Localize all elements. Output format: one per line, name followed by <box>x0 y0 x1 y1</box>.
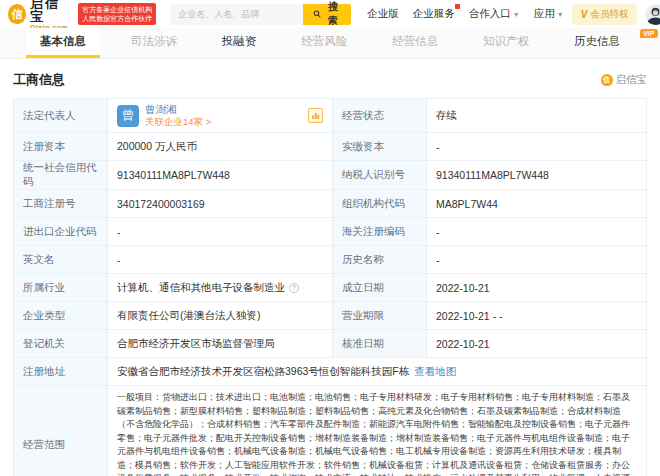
main-content: 工商信息 信 启信宝 法定代表人 曾 曾澍湘 关联企业14家 > <box>0 59 660 476</box>
industry-value: 计算机、通信和其他电子设备制造业 ? <box>108 274 333 302</box>
search-input[interactable] <box>170 4 303 25</box>
business-registration-table: 法定代表人 曾 曾澍湘 关联企业14家 > 经营状态 存续 注册资本 20 <box>13 98 647 476</box>
view-map-link[interactable]: 查看地图 <box>414 365 456 379</box>
vip-privileges-button[interactable]: V 会员特权 <box>572 4 638 25</box>
row-value: 2022-10-21 - - <box>427 302 647 330</box>
tab-basic-info[interactable]: 基本信息 <box>26 28 100 58</box>
official-cert-badge: 官方备案企业征信机构 人民数据官方合作伙伴 <box>78 3 156 25</box>
scope-value: 一般项目：货物进出口；技术进出口；电池制造；电池销售；电子专用材料研发；电子专用… <box>108 386 647 476</box>
row-label: 注册资本 <box>14 133 108 161</box>
related-companies-link[interactable]: 关联企业14家 > <box>145 116 211 128</box>
qixin-watermark-label: 启信宝 <box>616 73 648 87</box>
row-label: 营业期限 <box>333 302 427 330</box>
table-row: 经营范围 一般项目：货物进出口；技术进出口；电池制造；电池销售；电子专用材料研发… <box>14 386 647 476</box>
row-value: 91340111MA8PL7W448 <box>427 161 647 190</box>
tab-operating-info[interactable]: 经营信息 <box>378 28 452 58</box>
chevron-down-icon: ▼ <box>513 11 520 18</box>
top-nav: 企业版 企业服务 合作入口▼ 应用▼ <box>367 7 563 21</box>
section-title: 工商信息 <box>13 71 65 89</box>
nav-apps-label: 应用 <box>534 7 555 21</box>
row-label: 核准日期 <box>333 330 427 358</box>
search-icon <box>313 9 321 19</box>
tab-operating-risk[interactable]: 经营风险 <box>287 28 361 58</box>
cert-line1: 官方备案企业征信机构 <box>82 5 152 14</box>
table-row: 英文名 - 历史名称 - <box>14 246 647 274</box>
table-row: 所属行业 计算机、通信和其他电子设备制造业 ? 成立日期 2022-10-21 <box>14 274 647 302</box>
row-label: 实缴资本 <box>333 133 427 161</box>
scope-label: 经营范围 <box>14 386 108 476</box>
status-value: 存续 <box>427 99 647 133</box>
cert-line2: 人民数据官方合作伙伴 <box>82 14 152 23</box>
section-tab-bar: 基本信息 司法涉诉 投融资 经营风险 经营信息 知识产权 历史信息 VIP <box>0 28 660 59</box>
row-label: 登记机关 <box>14 330 108 358</box>
row-label: 所属行业 <box>14 274 108 302</box>
row-label: 进出口企业代码 <box>14 218 108 246</box>
qixin-watermark: 信 启信宝 <box>601 73 648 87</box>
vip-v-icon: V <box>581 9 588 20</box>
status-label: 经营状态 <box>333 99 427 133</box>
row-label: 组织机构代码 <box>333 190 427 218</box>
tab-intellectual-property[interactable]: 知识产权 <box>469 28 543 58</box>
equity-chart-icon[interactable] <box>308 108 323 123</box>
row-label: 英文名 <box>14 246 108 274</box>
row-label: 成立日期 <box>333 274 427 302</box>
row-label: 历史名称 <box>333 246 427 274</box>
row-value: 2022-10-21 <box>427 330 647 358</box>
row-label: 统一社会信用代码 <box>14 161 108 190</box>
row-value: MA8PL7W44 <box>427 190 647 218</box>
table-row: 企业类型 有限责任公司(港澳台法人独资) 营业期限 2022-10-21 - - <box>14 302 647 330</box>
row-value: - <box>108 218 333 246</box>
row-label: 海关注册编码 <box>333 218 427 246</box>
table-row: 注册资本 200000 万人民币 实缴资本 - <box>14 133 647 161</box>
row-value: - <box>427 133 647 161</box>
qixin-logo-icon: 信 <box>8 4 26 24</box>
nav-enterprise-services[interactable]: 企业服务 <box>413 7 455 21</box>
tab-judicial-litigation[interactable]: 司法涉诉 <box>117 28 191 58</box>
row-value: 200000 万人民币 <box>108 133 333 161</box>
row-value: 2022-10-21 <box>427 274 647 302</box>
chevron-down-icon: ▼ <box>557 11 564 18</box>
table-row: 法定代表人 曾 曾澍湘 关联企业14家 > 经营状态 存续 <box>14 99 647 133</box>
table-row: 进出口企业代码 - 海关注册编码 - <box>14 218 647 246</box>
table-row: 统一社会信用代码 91340111MA8PL7W448 纳税人识别号 91340… <box>14 161 647 190</box>
user-avatar[interactable] <box>645 4 660 25</box>
nav-enterprise-label: 企业版 <box>367 7 399 21</box>
table-row: 工商注册号 340172400003169 组织机构代码 MA8PL7W44 <box>14 190 647 218</box>
legal-rep-name-link[interactable]: 曾澍湘 <box>145 103 211 116</box>
search-button-label: 搜索 <box>325 0 342 28</box>
address-cell: 安徽省合肥市经济技术开发区宿松路3963号恒创智能科技园F栋 查看地图 <box>108 358 647 386</box>
table-row: 注册地址 安徽省合肥市经济技术开发区宿松路3963号恒创智能科技园F栋 查看地图 <box>14 358 647 386</box>
vip-corner-badge: VIP <box>640 29 658 38</box>
avatar-person-icon <box>645 4 660 25</box>
tab-history-info[interactable]: 历史信息 <box>560 28 634 58</box>
search-button[interactable]: 搜索 <box>303 4 351 25</box>
brand-name: 启信宝 <box>30 0 70 23</box>
tab-investment-financing[interactable]: 投融资 <box>208 28 271 58</box>
nav-services-label: 企业服务 <box>413 7 455 21</box>
row-value: 计算机、通信和其他电子设备制造业 <box>117 281 285 295</box>
vip-button-label: 会员特权 <box>590 8 628 21</box>
nav-partners-label: 合作入口 <box>469 7 511 21</box>
search-bar: 搜索 <box>170 4 351 25</box>
address-label: 注册地址 <box>14 358 108 386</box>
row-value: 合肥市经济开发区市场监督管理局 <box>108 330 333 358</box>
row-label: 纳税人识别号 <box>333 161 427 190</box>
legal-rep-avatar[interactable]: 曾 <box>117 105 139 127</box>
row-value: 340172400003169 <box>108 190 333 218</box>
row-value: 91340111MA8PL7W448 <box>108 161 333 190</box>
row-value: - <box>427 218 647 246</box>
legal-rep-label: 法定代表人 <box>14 99 108 133</box>
qixin-logo[interactable]: 信 启信宝 Qixin.com <box>8 0 70 31</box>
legal-rep-cell: 曾 曾澍湘 关联企业14家 > <box>108 99 333 133</box>
nav-enterprise-edition[interactable]: 企业版 <box>367 7 399 21</box>
table-row: 登记机关 合肥市经济开发区市场监督管理局 核准日期 2022-10-21 <box>14 330 647 358</box>
info-icon[interactable]: ? <box>289 283 299 293</box>
row-label: 工商注册号 <box>14 190 108 218</box>
row-value: - <box>427 246 647 274</box>
row-value: - <box>108 246 333 274</box>
row-label: 企业类型 <box>14 302 108 330</box>
qixin-watermark-icon: 信 <box>601 74 613 86</box>
nav-partners[interactable]: 合作入口▼ <box>469 7 520 21</box>
nav-apps[interactable]: 应用▼ <box>534 7 564 21</box>
address-value: 安徽省合肥市经济技术开发区宿松路3963号恒创智能科技园F栋 <box>117 365 409 379</box>
